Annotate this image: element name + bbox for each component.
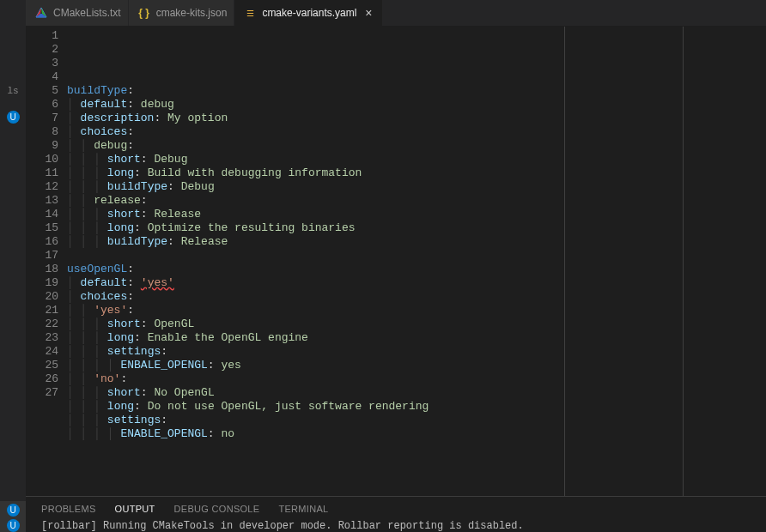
tab-label: cmake-kits.json [156,7,228,19]
line-number-gutter: 1234567891011121314151617181920212223242… [26,27,67,496]
activity-badge-u3[interactable]: U [7,519,20,532]
tab-label: CMakeLists.txt [53,7,121,19]
panel-tab-terminal[interactable]: TERMINAL [278,504,328,514]
close-icon[interactable]: × [362,6,375,20]
panel-output[interactable]: [rollbar] Running CMakeTools in develope… [26,520,766,532]
panel-tab-debug-console[interactable]: DEBUG CONSOLE [174,504,260,514]
cmake-icon [34,6,48,20]
tab-bar: CMakeLists.txt { } cmake-kits.json ☰ cma… [26,0,766,26]
editor-ruler-1 [564,27,565,496]
tab-cmakelists[interactable]: CMakeLists.txt [26,0,129,26]
code-area[interactable]: buildType:│ default: debug│ description:… [67,27,766,496]
panel-tab-problems[interactable]: PROBLEMS [41,504,96,514]
editor-ruler-2 [683,27,684,496]
panel-tab-output[interactable]: OUTPUT [115,504,155,514]
tab-cmake-variants[interactable]: ☰ cmake-variants.yaml × [234,0,383,26]
json-icon: { } [137,6,151,20]
activity-bar: ls U U U [0,0,26,532]
panel-tab-bar: PROBLEMS OUTPUT DEBUG CONSOLE TERMINAL [26,496,766,520]
output-line: [rollbar] Running CMakeTools in develope… [41,520,524,532]
tab-cmake-kits[interactable]: { } cmake-kits.json [129,0,235,26]
activity-badge-u1[interactable]: U [7,111,20,124]
yaml-icon: ☰ [243,6,257,20]
activity-icon-ls[interactable]: ls [0,74,26,108]
code-editor[interactable]: 1234567891011121314151617181920212223242… [26,26,766,496]
activity-badge-u2[interactable]: U [7,504,20,517]
tab-label: cmake-variants.yaml [262,7,356,19]
